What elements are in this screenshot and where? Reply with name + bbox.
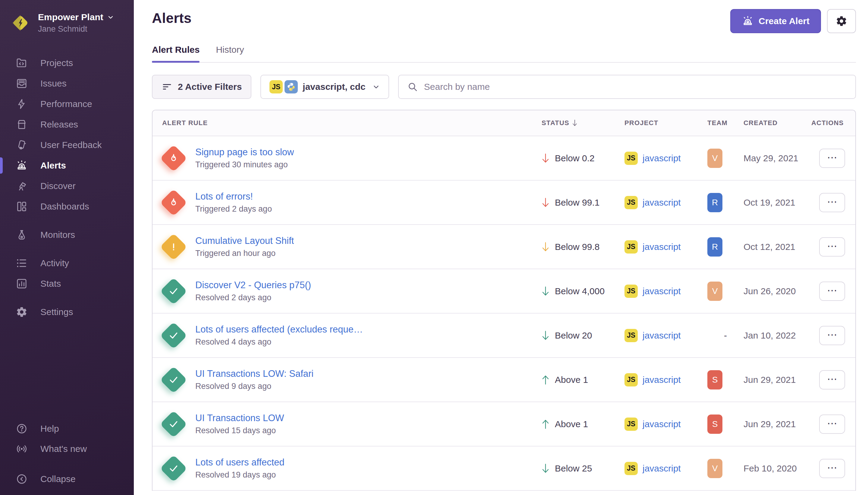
trend-arrow-icon — [542, 241, 550, 252]
sidebar-item-dashboards[interactable]: Dashboards — [0, 196, 134, 217]
team-avatar: V — [707, 459, 723, 478]
gear-icon — [835, 15, 848, 27]
app-root: Empower Plant Jane Schmidt Projects Issu… — [0, 0, 868, 495]
sidebar-item-help[interactable]: Help — [0, 419, 134, 439]
main-content: Alerts Create Alert Alert Rules History … — [134, 0, 868, 495]
row-actions-button[interactable]: ⋯ — [819, 370, 845, 390]
alert-rule-link[interactable]: UI Transactions LOW — [195, 413, 284, 424]
active-filters-button[interactable]: 2 Active Filters — [152, 75, 251, 99]
column-header-status[interactable]: STATUS — [542, 119, 624, 127]
ellipsis-icon: ⋯ — [827, 197, 837, 207]
alert-rule-link[interactable]: Signup page is too slow — [195, 147, 294, 158]
table-row: Signup page is too slow Triggered 30 min… — [153, 136, 855, 181]
team-avatar: S — [707, 370, 723, 390]
row-actions-button[interactable]: ⋯ — [819, 326, 845, 345]
created-date: Jun 29, 2021 — [744, 375, 796, 385]
project-link[interactable]: javascript — [643, 463, 681, 474]
sidebar-item-monitors[interactable]: Monitors — [0, 225, 134, 245]
team-avatar: R — [707, 237, 723, 257]
alert-rule-link[interactable]: Cumulative Layout Shift — [195, 236, 294, 246]
project-link[interactable]: javascript — [643, 419, 681, 429]
org-switcher[interactable]: Empower Plant Jane Schmidt — [0, 0, 134, 34]
created-date: Jan 10, 2022 — [744, 330, 796, 340]
row-actions-button[interactable]: ⋯ — [819, 414, 845, 434]
alert-rule-link[interactable]: Discover V2 - Queries p75() — [195, 280, 311, 291]
alert-rules-table: ALERT RULE STATUS PROJECT TEAM CREATED A… — [152, 110, 856, 491]
alert-settings-button[interactable] — [827, 9, 856, 33]
project-link[interactable]: javascript — [643, 153, 681, 164]
create-alert-button[interactable]: Create Alert — [730, 9, 821, 33]
alert-rule-link[interactable]: Lots of users affected (excludes reque… — [195, 324, 363, 335]
check-icon — [168, 374, 180, 386]
alert-rule-link[interactable]: UI Transactions LOW: Safari — [195, 369, 313, 379]
sidebar-item-settings[interactable]: Settings — [0, 302, 134, 322]
trend-arrow-icon — [542, 374, 550, 385]
sidebar-item-issues[interactable]: Issues — [0, 73, 134, 94]
column-header-created[interactable]: CREATED — [744, 119, 811, 127]
row-actions-button[interactable]: ⋯ — [819, 459, 845, 478]
alert-rule-trigger-text: Triggered 2 days ago — [195, 204, 272, 214]
project-link[interactable]: javascript — [643, 375, 681, 385]
tab-alert-rules[interactable]: Alert Rules — [152, 45, 199, 62]
discover-icon — [16, 180, 28, 192]
row-actions-button[interactable]: ⋯ — [819, 281, 845, 301]
search-container — [398, 75, 856, 99]
javascript-icon: JS — [624, 240, 638, 254]
python-icon — [284, 80, 298, 93]
column-header-project[interactable]: PROJECT — [624, 119, 707, 127]
alert-rule-trigger-text: Resolved 19 days ago — [195, 470, 284, 480]
sidebar-item-performance[interactable]: Performance — [0, 94, 134, 114]
alert-rule-trigger-text: Triggered 30 minutes ago — [195, 160, 294, 169]
sidebar-collapse-button[interactable]: Collapse — [0, 469, 134, 489]
sidebar-item-stats[interactable]: Stats — [0, 273, 134, 294]
alert-rule-link[interactable]: Lots of errors! — [195, 191, 272, 202]
releases-icon — [16, 118, 28, 131]
javascript-icon: JS — [270, 80, 283, 93]
search-input[interactable] — [424, 82, 847, 92]
trend-arrow-icon — [542, 197, 550, 208]
monitors-icon — [16, 229, 28, 241]
created-date: Feb 10, 2020 — [744, 463, 797, 473]
project-link[interactable]: javascript — [643, 330, 681, 341]
row-actions-button[interactable]: ⋯ — [819, 149, 845, 168]
row-actions-button[interactable]: ⋯ — [819, 237, 845, 257]
check-icon — [168, 285, 180, 297]
project-filter-dropdown[interactable]: JS javascript, cdc — [260, 75, 389, 99]
sidebar-item-discover[interactable]: Discover — [0, 176, 134, 196]
trend-arrow-icon — [542, 153, 550, 164]
tab-history[interactable]: History — [216, 45, 244, 62]
performance-icon — [16, 98, 28, 110]
ellipsis-icon: ⋯ — [827, 152, 837, 163]
alert-rule-link[interactable]: Lots of users affected — [195, 457, 284, 468]
ellipsis-icon: ⋯ — [827, 418, 837, 428]
check-icon — [168, 329, 180, 342]
sidebar-item-whats-new[interactable]: What's new — [0, 439, 134, 459]
sidebar-item-activity[interactable]: Activity — [0, 253, 134, 273]
status-value: Below 0.2 — [555, 153, 595, 164]
ellipsis-icon: ⋯ — [827, 329, 837, 340]
sidebar-item-user-feedback[interactable]: User Feedback — [0, 135, 134, 155]
team-avatar: V — [707, 149, 723, 168]
project-link[interactable]: javascript — [643, 242, 681, 252]
column-header-alert-rule[interactable]: ALERT RULE — [153, 119, 542, 127]
project-link[interactable]: javascript — [643, 198, 681, 208]
ellipsis-icon: ⋯ — [827, 241, 837, 251]
check-icon — [168, 462, 180, 475]
exclamation-icon — [168, 241, 180, 253]
stats-icon — [16, 278, 28, 290]
status-value: Below 99.1 — [555, 198, 600, 208]
column-header-team[interactable]: TEAM — [707, 119, 744, 127]
chevron-down-icon — [107, 14, 114, 21]
alert-rule-trigger-text: Triggered an hour ago — [195, 249, 294, 258]
sidebar-item-alerts[interactable]: Alerts — [0, 155, 134, 176]
sidebar-nav: Projects Issues Performance Releases Use… — [0, 53, 134, 322]
project-link[interactable]: javascript — [643, 286, 681, 296]
row-actions-button[interactable]: ⋯ — [819, 193, 845, 212]
check-icon — [168, 418, 180, 430]
javascript-icon: JS — [624, 462, 638, 475]
collapse-chevron-icon — [16, 473, 28, 485]
trend-arrow-icon — [542, 463, 550, 474]
sidebar-item-releases[interactable]: Releases — [0, 114, 134, 135]
sidebar-item-projects[interactable]: Projects — [0, 53, 134, 73]
alert-severity-icon — [160, 233, 188, 260]
